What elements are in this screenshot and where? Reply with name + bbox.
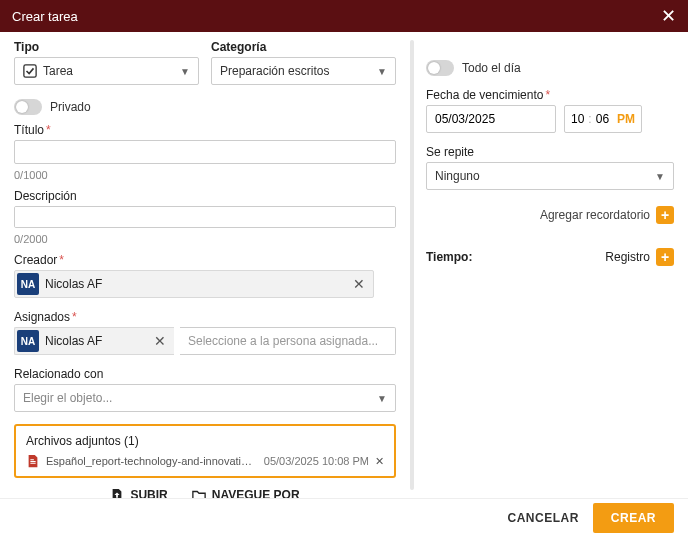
- related-label: Relacionado con: [14, 367, 396, 381]
- add-reminder-button[interactable]: +: [656, 206, 674, 224]
- type-value: Tarea: [43, 64, 73, 78]
- create-button[interactable]: CREAR: [593, 503, 674, 533]
- title-input[interactable]: [14, 140, 396, 164]
- due-ampm[interactable]: PM: [617, 112, 635, 126]
- due-time-input[interactable]: 10 : 06 PM: [564, 105, 642, 133]
- chevron-down-icon: ▼: [377, 66, 387, 77]
- related-select[interactable]: Elegir el objeto... ▼: [14, 384, 396, 412]
- category-label: Categoría: [211, 40, 396, 54]
- title-label: Título*: [14, 123, 396, 137]
- due-hour: 10: [571, 112, 584, 126]
- creator-label: Creador*: [14, 253, 396, 267]
- due-date-input[interactable]: [426, 105, 556, 133]
- pdf-icon: [26, 454, 40, 468]
- assignee-input[interactable]: [180, 327, 396, 355]
- attachment-date: 05/03/2025 10:08 PM: [264, 455, 369, 467]
- type-label: Tipo: [14, 40, 199, 54]
- browse-button[interactable]: NAVEGUE POR: [192, 488, 300, 498]
- due-min: 06: [596, 112, 609, 126]
- repeat-label: Se repite: [426, 145, 674, 159]
- attachment-name[interactable]: Español_report-technology-and-innovation…: [46, 455, 256, 467]
- column-divider: [406, 32, 416, 498]
- repeat-value: Ninguno: [435, 169, 480, 183]
- creator-name: Nicolas AF: [45, 277, 102, 291]
- avatar: NA: [17, 273, 39, 295]
- private-label: Privado: [50, 100, 91, 114]
- left-column: Tipo Tarea ▼ Categoría Preparación escri…: [0, 32, 406, 498]
- checkbox-icon: [23, 64, 37, 78]
- chevron-down-icon: ▼: [180, 66, 190, 77]
- upload-button[interactable]: SUBIR: [110, 488, 167, 498]
- assignee-name: Nicolas AF: [45, 334, 102, 348]
- attachment-row: Español_report-technology-and-innovation…: [26, 454, 384, 468]
- chevron-down-icon: ▼: [655, 171, 665, 182]
- attachments-box: Archivos adjuntos (1) Español_report-tec…: [14, 424, 396, 478]
- close-icon[interactable]: ✕: [661, 7, 676, 25]
- remove-assignee-icon[interactable]: ✕: [150, 333, 170, 349]
- avatar: NA: [17, 330, 39, 352]
- svg-rect-0: [24, 65, 36, 77]
- repeat-select[interactable]: Ninguno ▼: [426, 162, 674, 190]
- due-label: Fecha de vencimiento*: [426, 88, 674, 102]
- upload-icon: [110, 488, 124, 498]
- type-select[interactable]: Tarea ▼: [14, 57, 199, 85]
- allday-toggle[interactable]: [426, 60, 454, 76]
- dialog-body: Tipo Tarea ▼ Categoría Preparación escri…: [0, 32, 688, 498]
- category-value: Preparación escritos: [220, 64, 329, 78]
- category-select[interactable]: Preparación escritos ▼: [211, 57, 396, 85]
- log-link[interactable]: Registro: [605, 250, 650, 264]
- description-label: Descripción: [14, 189, 396, 203]
- right-column: Todo el día Fecha de vencimiento* 10 : 0…: [416, 32, 688, 498]
- related-placeholder: Elegir el objeto...: [23, 391, 112, 405]
- title-counter: 0/1000: [14, 169, 396, 181]
- attachments-title: Archivos adjuntos (1): [26, 434, 384, 448]
- remove-attachment-icon[interactable]: ✕: [375, 455, 384, 468]
- time-label: Tiempo:: [426, 250, 472, 264]
- creator-chip[interactable]: NA Nicolas AF ✕: [14, 270, 374, 298]
- assignees-label: Asignados*: [14, 310, 396, 324]
- assignee-chip[interactable]: NA Nicolas AF ✕: [14, 327, 174, 355]
- add-reminder-link[interactable]: Agregar recordatorio: [540, 208, 650, 222]
- chevron-down-icon: ▼: [377, 393, 387, 404]
- dialog-header: Crear tarea ✕: [0, 0, 688, 32]
- add-log-button[interactable]: +: [656, 248, 674, 266]
- dialog-title: Crear tarea: [12, 9, 78, 24]
- description-input[interactable]: [14, 206, 396, 228]
- allday-label: Todo el día: [462, 61, 521, 75]
- remove-creator-icon[interactable]: ✕: [349, 276, 369, 292]
- private-toggle[interactable]: [14, 99, 42, 115]
- dialog-footer: CANCELAR CREAR: [0, 498, 688, 536]
- folder-icon: [192, 488, 206, 498]
- description-counter: 0/2000: [14, 233, 396, 245]
- cancel-button[interactable]: CANCELAR: [507, 511, 578, 525]
